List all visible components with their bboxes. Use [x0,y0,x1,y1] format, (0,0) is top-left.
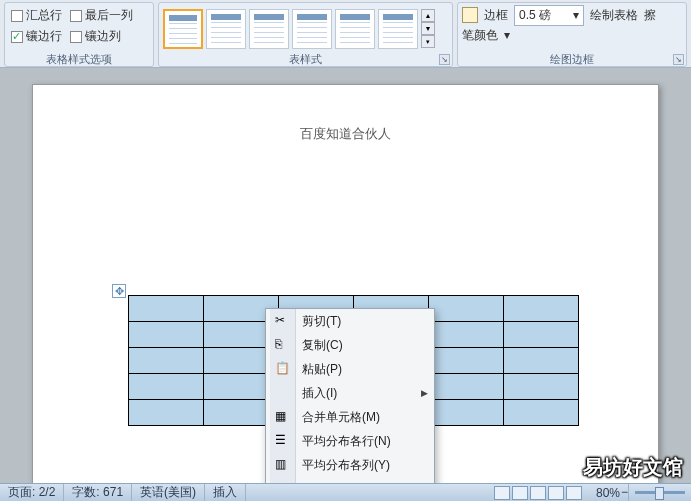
group-label: 表格样式选项 [5,52,153,66]
ribbon-group-draw-borders: 边框 0.5 磅▾ 绘制表格 擦 笔颜色▾ 绘图边框 ↘ [457,2,687,67]
watermark: 易坊好文馆 [583,454,683,481]
group-label: 绘图边框 [458,52,686,66]
draw-table-button[interactable]: 绘制表格 [590,7,638,24]
paste-icon: 📋 [275,361,291,377]
line-weight-dropdown[interactable]: 0.5 磅▾ [514,5,584,26]
status-insert-mode[interactable]: 插入 [205,484,246,501]
chevron-right-icon: ▶ [421,388,428,398]
check-banded-rows[interactable]: 镶边行 [11,28,62,45]
table-move-handle[interactable]: ✥ [112,284,126,298]
check-last-col[interactable]: 最后一列 [70,7,133,24]
group-label: 表样式 [159,52,452,66]
distribute-rows-icon: ☰ [275,433,291,449]
status-bar: 页面: 2/2 字数: 671 英语(美国) 插入 80% [0,483,691,501]
page-title: 百度知道合伙人 [69,125,622,143]
status-page[interactable]: 页面: 2/2 [0,484,64,501]
view-buttons[interactable] [488,486,588,500]
copy-icon: ⎘ [275,337,291,353]
menu-distribute-cols[interactable]: ▥平均分布各列(Y) [266,453,434,477]
menu-insert[interactable]: 插入(I)▶ [266,381,434,405]
table-style-thumb[interactable] [206,9,246,49]
border-button[interactable]: 边框 [484,7,508,24]
cut-icon: ✂ [275,313,291,329]
dialog-launcher-icon[interactable]: ↘ [439,54,450,65]
check-total-row[interactable]: 汇总行 [11,7,62,24]
menu-cut[interactable]: ✂剪切(T) [266,309,434,333]
ribbon: 汇总行 最后一列 镶边行 镶边列 表格样式选项 ▲▼▾ 表样式 ↘ 边框 0.5… [0,0,691,68]
document-area: 百度知道合伙人 ✥ ✂剪切(T) ⎘复制(C) 📋粘贴(P) 插入(I)▶ ▦合… [0,68,691,483]
pen-color-button[interactable]: 笔颜色 [462,27,498,44]
menu-merge-cells[interactable]: ▦合并单元格(M) [266,405,434,429]
border-icon [462,7,478,23]
ribbon-group-table-style-options: 汇总行 最后一列 镶边行 镶边列 表格样式选项 [4,2,154,67]
table-style-thumb[interactable] [292,9,332,49]
table-style-thumb[interactable] [378,9,418,49]
eraser-button[interactable]: 擦 [644,7,656,24]
table-style-thumb[interactable] [249,9,289,49]
zoom-slider[interactable] [635,491,685,494]
status-language[interactable]: 英语(美国) [132,484,205,501]
dialog-launcher-icon[interactable]: ↘ [673,54,684,65]
context-menu: ✂剪切(T) ⎘复制(C) 📋粘贴(P) 插入(I)▶ ▦合并单元格(M) ☰平… [265,308,435,483]
table-style-thumb[interactable] [163,9,203,49]
menu-copy[interactable]: ⎘复制(C) [266,333,434,357]
distribute-cols-icon: ▥ [275,457,291,473]
menu-distribute-rows[interactable]: ☰平均分布各行(N) [266,429,434,453]
check-banded-cols[interactable]: 镶边列 [70,28,121,45]
table-style-thumb[interactable] [335,9,375,49]
menu-paste[interactable]: 📋粘贴(P) [266,357,434,381]
pencil-icon: ✎ [275,481,291,483]
menu-draw-table[interactable]: ✎绘制表格(W) [266,477,434,483]
status-word-count[interactable]: 字数: 671 [64,484,132,501]
style-gallery-scroll[interactable]: ▲▼▾ [421,9,435,48]
merge-icon: ▦ [275,409,291,425]
ribbon-group-table-styles: ▲▼▾ 表样式 ↘ [158,2,453,67]
